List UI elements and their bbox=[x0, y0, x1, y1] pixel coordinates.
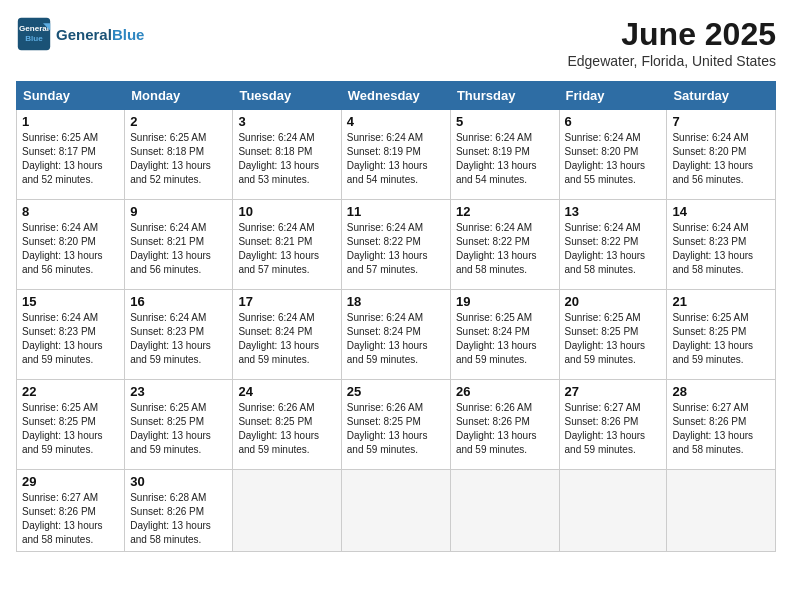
day-info: Sunrise: 6:24 AMSunset: 8:21 PMDaylight:… bbox=[238, 221, 335, 277]
day-cell: 24 Sunrise: 6:26 AMSunset: 8:25 PMDaylig… bbox=[233, 380, 341, 470]
header: General Blue GeneralBlue June 2025 Edgew… bbox=[16, 16, 776, 69]
week-row: 22 Sunrise: 6:25 AMSunset: 8:25 PMDaylig… bbox=[17, 380, 776, 470]
day-cell: 13 Sunrise: 6:24 AMSunset: 8:22 PMDaylig… bbox=[559, 200, 667, 290]
day-cell: 21 Sunrise: 6:25 AMSunset: 8:25 PMDaylig… bbox=[667, 290, 776, 380]
day-number: 1 bbox=[22, 114, 119, 129]
day-cell bbox=[233, 470, 341, 552]
day-number: 2 bbox=[130, 114, 227, 129]
svg-text:General: General bbox=[19, 24, 49, 33]
day-info: Sunrise: 6:25 AMSunset: 8:18 PMDaylight:… bbox=[130, 131, 227, 187]
day-cell bbox=[559, 470, 667, 552]
day-info: Sunrise: 6:24 AMSunset: 8:20 PMDaylight:… bbox=[565, 131, 662, 187]
day-info: Sunrise: 6:26 AMSunset: 8:26 PMDaylight:… bbox=[456, 401, 554, 457]
day-info: Sunrise: 6:25 AMSunset: 8:24 PMDaylight:… bbox=[456, 311, 554, 367]
day-info: Sunrise: 6:27 AMSunset: 8:26 PMDaylight:… bbox=[22, 491, 119, 547]
day-number: 13 bbox=[565, 204, 662, 219]
day-cell: 1 Sunrise: 6:25 AMSunset: 8:17 PMDayligh… bbox=[17, 110, 125, 200]
day-info: Sunrise: 6:24 AMSunset: 8:24 PMDaylight:… bbox=[347, 311, 445, 367]
day-info: Sunrise: 6:25 AMSunset: 8:25 PMDaylight:… bbox=[565, 311, 662, 367]
month-title: June 2025 bbox=[567, 16, 776, 53]
weekday-header: Thursday bbox=[450, 82, 559, 110]
day-number: 18 bbox=[347, 294, 445, 309]
day-number: 24 bbox=[238, 384, 335, 399]
day-cell: 18 Sunrise: 6:24 AMSunset: 8:24 PMDaylig… bbox=[341, 290, 450, 380]
day-number: 9 bbox=[130, 204, 227, 219]
logo-text: GeneralBlue bbox=[56, 26, 144, 43]
weekday-header: Friday bbox=[559, 82, 667, 110]
day-cell: 26 Sunrise: 6:26 AMSunset: 8:26 PMDaylig… bbox=[450, 380, 559, 470]
day-cell: 11 Sunrise: 6:24 AMSunset: 8:22 PMDaylig… bbox=[341, 200, 450, 290]
week-row: 1 Sunrise: 6:25 AMSunset: 8:17 PMDayligh… bbox=[17, 110, 776, 200]
day-info: Sunrise: 6:24 AMSunset: 8:22 PMDaylight:… bbox=[565, 221, 662, 277]
day-cell: 12 Sunrise: 6:24 AMSunset: 8:22 PMDaylig… bbox=[450, 200, 559, 290]
calendar: SundayMondayTuesdayWednesdayThursdayFrid… bbox=[16, 81, 776, 552]
week-row: 15 Sunrise: 6:24 AMSunset: 8:23 PMDaylig… bbox=[17, 290, 776, 380]
day-number: 17 bbox=[238, 294, 335, 309]
day-cell: 14 Sunrise: 6:24 AMSunset: 8:23 PMDaylig… bbox=[667, 200, 776, 290]
day-cell: 29 Sunrise: 6:27 AMSunset: 8:26 PMDaylig… bbox=[17, 470, 125, 552]
day-number: 27 bbox=[565, 384, 662, 399]
day-info: Sunrise: 6:28 AMSunset: 8:26 PMDaylight:… bbox=[130, 491, 227, 547]
day-info: Sunrise: 6:24 AMSunset: 8:22 PMDaylight:… bbox=[456, 221, 554, 277]
day-cell: 28 Sunrise: 6:27 AMSunset: 8:26 PMDaylig… bbox=[667, 380, 776, 470]
day-info: Sunrise: 6:24 AMSunset: 8:20 PMDaylight:… bbox=[22, 221, 119, 277]
day-number: 8 bbox=[22, 204, 119, 219]
day-info: Sunrise: 6:24 AMSunset: 8:18 PMDaylight:… bbox=[238, 131, 335, 187]
day-number: 26 bbox=[456, 384, 554, 399]
day-number: 20 bbox=[565, 294, 662, 309]
day-number: 22 bbox=[22, 384, 119, 399]
day-info: Sunrise: 6:24 AMSunset: 8:19 PMDaylight:… bbox=[347, 131, 445, 187]
day-number: 12 bbox=[456, 204, 554, 219]
day-info: Sunrise: 6:25 AMSunset: 8:17 PMDaylight:… bbox=[22, 131, 119, 187]
day-cell: 27 Sunrise: 6:27 AMSunset: 8:26 PMDaylig… bbox=[559, 380, 667, 470]
location: Edgewater, Florida, United States bbox=[567, 53, 776, 69]
day-cell: 2 Sunrise: 6:25 AMSunset: 8:18 PMDayligh… bbox=[125, 110, 233, 200]
day-info: Sunrise: 6:24 AMSunset: 8:22 PMDaylight:… bbox=[347, 221, 445, 277]
day-number: 21 bbox=[672, 294, 770, 309]
day-cell: 5 Sunrise: 6:24 AMSunset: 8:19 PMDayligh… bbox=[450, 110, 559, 200]
day-info: Sunrise: 6:27 AMSunset: 8:26 PMDaylight:… bbox=[672, 401, 770, 457]
day-cell: 30 Sunrise: 6:28 AMSunset: 8:26 PMDaylig… bbox=[125, 470, 233, 552]
day-number: 28 bbox=[672, 384, 770, 399]
day-cell: 6 Sunrise: 6:24 AMSunset: 8:20 PMDayligh… bbox=[559, 110, 667, 200]
day-info: Sunrise: 6:24 AMSunset: 8:24 PMDaylight:… bbox=[238, 311, 335, 367]
day-info: Sunrise: 6:25 AMSunset: 8:25 PMDaylight:… bbox=[22, 401, 119, 457]
day-number: 11 bbox=[347, 204, 445, 219]
day-cell: 3 Sunrise: 6:24 AMSunset: 8:18 PMDayligh… bbox=[233, 110, 341, 200]
weekday-header: Wednesday bbox=[341, 82, 450, 110]
logo: General Blue GeneralBlue bbox=[16, 16, 144, 52]
day-info: Sunrise: 6:26 AMSunset: 8:25 PMDaylight:… bbox=[347, 401, 445, 457]
day-cell: 19 Sunrise: 6:25 AMSunset: 8:24 PMDaylig… bbox=[450, 290, 559, 380]
day-cell bbox=[667, 470, 776, 552]
day-number: 14 bbox=[672, 204, 770, 219]
day-cell: 23 Sunrise: 6:25 AMSunset: 8:25 PMDaylig… bbox=[125, 380, 233, 470]
day-info: Sunrise: 6:25 AMSunset: 8:25 PMDaylight:… bbox=[130, 401, 227, 457]
day-info: Sunrise: 6:24 AMSunset: 8:23 PMDaylight:… bbox=[130, 311, 227, 367]
day-info: Sunrise: 6:27 AMSunset: 8:26 PMDaylight:… bbox=[565, 401, 662, 457]
day-cell: 7 Sunrise: 6:24 AMSunset: 8:20 PMDayligh… bbox=[667, 110, 776, 200]
day-number: 15 bbox=[22, 294, 119, 309]
title-area: June 2025 Edgewater, Florida, United Sta… bbox=[567, 16, 776, 69]
day-cell: 17 Sunrise: 6:24 AMSunset: 8:24 PMDaylig… bbox=[233, 290, 341, 380]
day-info: Sunrise: 6:24 AMSunset: 8:21 PMDaylight:… bbox=[130, 221, 227, 277]
weekday-header: Tuesday bbox=[233, 82, 341, 110]
day-cell: 16 Sunrise: 6:24 AMSunset: 8:23 PMDaylig… bbox=[125, 290, 233, 380]
weekday-header: Saturday bbox=[667, 82, 776, 110]
day-number: 16 bbox=[130, 294, 227, 309]
day-number: 29 bbox=[22, 474, 119, 489]
day-cell bbox=[450, 470, 559, 552]
day-number: 3 bbox=[238, 114, 335, 129]
day-cell: 22 Sunrise: 6:25 AMSunset: 8:25 PMDaylig… bbox=[17, 380, 125, 470]
day-number: 30 bbox=[130, 474, 227, 489]
day-number: 6 bbox=[565, 114, 662, 129]
day-number: 4 bbox=[347, 114, 445, 129]
day-number: 23 bbox=[130, 384, 227, 399]
day-number: 25 bbox=[347, 384, 445, 399]
day-info: Sunrise: 6:24 AMSunset: 8:19 PMDaylight:… bbox=[456, 131, 554, 187]
day-cell: 8 Sunrise: 6:24 AMSunset: 8:20 PMDayligh… bbox=[17, 200, 125, 290]
day-cell: 4 Sunrise: 6:24 AMSunset: 8:19 PMDayligh… bbox=[341, 110, 450, 200]
day-cell: 25 Sunrise: 6:26 AMSunset: 8:25 PMDaylig… bbox=[341, 380, 450, 470]
day-cell: 15 Sunrise: 6:24 AMSunset: 8:23 PMDaylig… bbox=[17, 290, 125, 380]
day-cell: 9 Sunrise: 6:24 AMSunset: 8:21 PMDayligh… bbox=[125, 200, 233, 290]
day-number: 5 bbox=[456, 114, 554, 129]
